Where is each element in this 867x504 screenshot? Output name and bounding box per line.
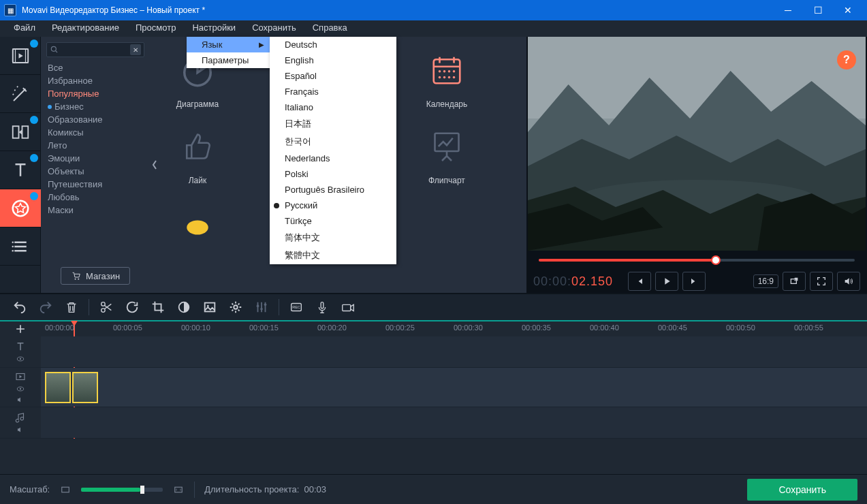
detach-preview-button[interactable]: [783, 272, 806, 291]
eye-icon[interactable]: [16, 384, 25, 394]
grid-item-calendar[interactable]: Календарь: [414, 46, 479, 109]
category-masks[interactable]: Маски: [46, 204, 144, 217]
zoom-in-icon[interactable]: [172, 484, 185, 496]
shop-button[interactable]: Магазин: [61, 267, 130, 285]
category-business[interactable]: Бизнес: [46, 100, 144, 113]
volume-button[interactable]: [837, 272, 860, 291]
category-objects[interactable]: Объекты: [46, 165, 144, 178]
aspect-ratio-button[interactable]: 16:9: [753, 274, 778, 288]
split-button[interactable]: [95, 297, 118, 317]
help-button[interactable]: ?: [837, 50, 856, 69]
svg-point-17: [448, 70, 451, 73]
zoom-slider[interactable]: [81, 488, 163, 492]
menu-file[interactable]: Файл: [5, 20, 44, 37]
equalizer-button[interactable]: [250, 297, 273, 317]
title-track-content[interactable]: [41, 336, 867, 367]
crop-button[interactable]: [146, 297, 170, 317]
maximize-button[interactable]: ☐: [803, 0, 833, 20]
language-zh-tw[interactable]: 繁體中文: [270, 247, 396, 264]
category-education[interactable]: Образование: [46, 113, 144, 126]
language-es[interactable]: Español: [270, 68, 396, 84]
clear-search-button[interactable]: ✕: [130, 44, 141, 55]
settings-parameters-item[interactable]: Параметры: [187, 52, 270, 68]
prev-frame-button[interactable]: [628, 272, 651, 291]
add-track-button[interactable]: [0, 321, 41, 336]
undo-button[interactable]: [8, 297, 31, 317]
svg-point-16: [443, 70, 446, 73]
tool-filters[interactable]: [0, 75, 41, 113]
menu-settings[interactable]: Настройки: [184, 20, 244, 37]
svg-rect-1: [13, 49, 16, 63]
grid-item-label: Лайк: [165, 176, 230, 185]
tool-transitions[interactable]: [0, 113, 41, 151]
clip-properties-button[interactable]: [224, 297, 247, 317]
language-it[interactable]: Italiano: [270, 99, 396, 115]
collapse-sidebar-button[interactable]: [150, 37, 159, 293]
category-emotions[interactable]: Эмоции: [46, 152, 144, 165]
next-frame-button[interactable]: [682, 272, 706, 291]
play-button[interactable]: [655, 272, 678, 291]
grid-item-extra[interactable]: [165, 199, 230, 252]
tool-titles[interactable]: [0, 151, 41, 189]
audio-track-content[interactable]: [41, 407, 867, 438]
category-love[interactable]: Любовь: [46, 191, 144, 204]
zoom-knob[interactable]: [140, 486, 144, 494]
menu-save[interactable]: Сохранить: [244, 20, 304, 37]
calendar-icon: [428, 51, 466, 89]
redo-button[interactable]: [34, 297, 57, 317]
rotate-icon: [125, 300, 140, 315]
eye-icon[interactable]: [16, 354, 25, 364]
minimize-button[interactable]: ─: [773, 0, 803, 20]
preview-viewport[interactable]: ?: [528, 37, 866, 251]
svg-point-6: [12, 241, 14, 243]
language-de[interactable]: Deutsch: [270, 37, 396, 52]
time-ruler[interactable]: 00:00:0000:00:0500:00:1000:00:1500:00:20…: [0, 321, 867, 336]
category-favorites[interactable]: Избранное: [46, 74, 144, 87]
record-audio-button[interactable]: [311, 297, 334, 317]
rotate-button[interactable]: [121, 297, 144, 317]
language-pl[interactable]: Polski: [270, 166, 396, 182]
svg-point-36: [234, 305, 238, 309]
zoom-label: Масштаб:: [10, 484, 50, 494]
menu-edit[interactable]: Редактирование: [44, 20, 127, 37]
video-clip[interactable]: [72, 372, 98, 403]
language-ru[interactable]: Русский: [270, 198, 396, 213]
category-popular[interactable]: Популярные: [46, 87, 144, 100]
volume-icon[interactable]: [16, 425, 25, 435]
color-button[interactable]: [172, 297, 195, 317]
zoom-out-icon[interactable]: [59, 484, 72, 496]
video-clip[interactable]: [45, 372, 71, 403]
preview-seekbar[interactable]: [526, 251, 867, 270]
language-ja[interactable]: 日本語: [270, 115, 396, 133]
settings-language-item[interactable]: Язык▶: [187, 37, 270, 52]
tool-stickers[interactable]: [0, 189, 41, 227]
fullscreen-button[interactable]: [810, 272, 833, 291]
image-button[interactable]: [198, 297, 221, 317]
language-en[interactable]: English: [270, 52, 396, 68]
language-nl[interactable]: Nederlands: [270, 151, 396, 166]
category-comics[interactable]: Комиксы: [46, 126, 144, 139]
category-travel[interactable]: Путешествия: [46, 178, 144, 191]
language-fr[interactable]: Français: [270, 84, 396, 99]
category-summer[interactable]: Лето: [46, 139, 144, 152]
volume-icon[interactable]: [16, 395, 25, 405]
tool-media[interactable]: [0, 37, 41, 75]
language-zh-cn[interactable]: 简体中文: [270, 229, 396, 247]
search-input[interactable]: ✕: [46, 42, 144, 57]
grid-item-flipchart[interactable]: Флипчарт: [414, 123, 479, 185]
language-pt[interactable]: Português Brasileiro: [270, 182, 396, 198]
save-button[interactable]: Сохранить: [747, 479, 857, 501]
close-button[interactable]: ✕: [833, 0, 863, 20]
record-screen-button[interactable]: REC: [285, 297, 308, 317]
menu-view[interactable]: Просмотр: [127, 20, 184, 37]
category-all[interactable]: Все: [46, 61, 144, 74]
language-tr[interactable]: Türkçe: [270, 213, 396, 229]
grid-item-like[interactable]: Лайк: [165, 123, 230, 185]
record-webcam-button[interactable]: [336, 297, 360, 317]
tool-more[interactable]: [0, 227, 41, 266]
menu-help[interactable]: Справка: [304, 20, 356, 37]
seek-knob[interactable]: [711, 255, 721, 265]
video-track-content[interactable]: [41, 368, 867, 407]
delete-button[interactable]: [60, 297, 83, 317]
language-ko[interactable]: 한국어: [270, 133, 396, 151]
